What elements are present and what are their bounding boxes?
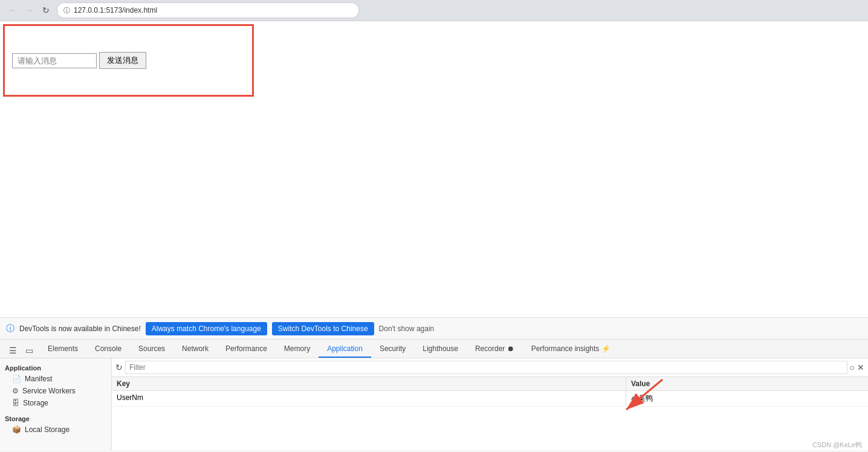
table-cell-value: 小吴鸭 [626, 391, 868, 406]
notif-message: DevTools is now available in Chinese! [19, 324, 141, 333]
sidebar-item-storage[interactable]: 🗄 Storage [0, 397, 111, 409]
tab-performance-insights[interactable]: Performance insights ⚡ [523, 341, 619, 358]
sidebar-item-manifest[interactable]: 📄 Manifest [0, 373, 111, 385]
sidebar-item-local-storage[interactable]: 📦 Local Storage [0, 424, 111, 436]
tab-recorder[interactable]: Recorder ⏺ [467, 341, 523, 358]
tab-sources[interactable]: Sources [130, 341, 173, 358]
table-header-key: Key [112, 377, 626, 390]
browser-area: ← → ↻ ⓘ 127.0.0.1:5173/index.html 发送消息 ⓘ… [0, 0, 868, 452]
tab-lighthouse[interactable]: Lighthouse [414, 341, 467, 358]
table-header: Key Value [112, 377, 868, 391]
service-workers-icon: ⚙ [12, 387, 19, 395]
devtools-icons: ☰ ▭ [3, 343, 39, 358]
tab-security[interactable]: Security [371, 341, 414, 358]
notification-bar: ⓘ DevTools is now available in Chinese! … [0, 317, 868, 339]
back-button[interactable]: ← [6, 4, 18, 16]
browser-chrome: ← → ↻ ⓘ 127.0.0.1:5173/index.html [0, 0, 868, 21]
switch-devtools-button[interactable]: Switch DevTools to Chinese [272, 322, 374, 335]
sidebar-manifest-label: Manifest [25, 375, 52, 383]
storage-icon: 🗄 [12, 399, 19, 407]
devtools-sidebar: Application 📄 Manifest ⚙ Service Workers… [0, 358, 112, 450]
tab-memory[interactable]: Memory [276, 341, 319, 358]
sidebar-item-service-workers[interactable]: ⚙ Service Workers [0, 385, 111, 397]
devtools-icon-btn1[interactable]: ☰ [7, 343, 19, 358]
devtools-content: Application 📄 Manifest ⚙ Service Workers… [0, 358, 868, 450]
dismiss-button[interactable]: Don't show again [379, 324, 435, 333]
filter-refresh-button[interactable]: ↻ [115, 363, 123, 372]
notif-info-icon: ⓘ [6, 323, 15, 334]
sidebar-storage-label: Storage [23, 399, 48, 407]
devtools-main: ↻ ○ ✕ Key Value UserNm 小吴鸭 [112, 358, 868, 450]
local-storage-icon: 📦 [12, 425, 21, 434]
url-text: 127.0.0.1:5173/index.html [74, 6, 157, 15]
table-row[interactable]: UserNm 小吴鸭 [112, 391, 868, 407]
address-bar[interactable]: ⓘ 127.0.0.1:5173/index.html [57, 2, 359, 18]
devtools-tabs: ☰ ▭ Elements Console Sources Network Per… [0, 339, 868, 358]
sidebar-section-storage: Storage [0, 412, 111, 424]
filter-bar: ↻ ○ ✕ [112, 358, 868, 377]
filter-close-button[interactable]: ✕ [857, 363, 864, 372]
sidebar-local-storage-label: Local Storage [25, 425, 70, 434]
info-icon: ⓘ [63, 6, 70, 15]
match-language-button[interactable]: Always match Chrome's language [146, 322, 267, 335]
tab-performance[interactable]: Performance [217, 341, 276, 358]
reload-button[interactable]: ↻ [40, 4, 52, 16]
watermark: CSDN @KeLe鸭 [812, 441, 862, 450]
table-header-value: Value [626, 377, 868, 390]
page-wrapper: 发送消息 [0, 21, 868, 317]
manifest-icon: 📄 [12, 375, 21, 383]
filter-clear-button[interactable]: ○ [850, 363, 855, 372]
tab-network[interactable]: Network [173, 341, 217, 358]
tab-console[interactable]: Console [86, 341, 130, 358]
page-rest [0, 100, 868, 317]
forward-button[interactable]: → [23, 4, 35, 16]
table-cell-key: UserNm [112, 391, 626, 406]
tab-application[interactable]: Application [319, 341, 371, 358]
send-button[interactable]: 发送消息 [99, 52, 146, 69]
message-input[interactable] [12, 53, 97, 68]
sidebar-section-application: Application [0, 361, 111, 373]
filter-input[interactable] [125, 361, 847, 374]
devtools-icon-btn2[interactable]: ▭ [23, 343, 36, 358]
tab-elements[interactable]: Elements [39, 341, 86, 358]
sidebar-service-workers-label: Service Workers [22, 387, 76, 395]
inner-page: 发送消息 [3, 24, 254, 97]
